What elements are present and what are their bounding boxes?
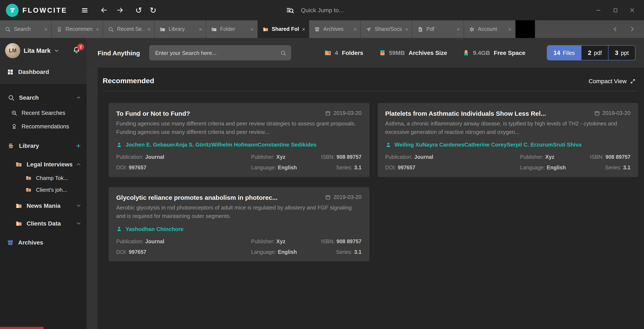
tab-pdf[interactable]: Pdf [412, 20, 464, 38]
add-library-button[interactable] [76, 143, 81, 148]
chevron-down-wrap [76, 221, 81, 226]
tab-close-button[interactable] [44, 27, 48, 31]
maximize-button[interactable] [611, 3, 620, 17]
recommendation-card[interactable]: Glycolytic reliance promotes anabolism i… [108, 187, 369, 261]
meta-value: English [278, 165, 297, 171]
stat-archive-icon [378, 49, 386, 57]
dashboard-icon [7, 68, 14, 75]
stat-folders: 4Folders [324, 49, 364, 57]
tab-account[interactable]: Account [464, 20, 516, 38]
tab-library[interactable]: Library [155, 20, 206, 38]
stat-label: Archives Size [409, 49, 447, 56]
tab-close-button[interactable] [250, 27, 254, 31]
tab-close-button[interactable] [302, 27, 306, 31]
folder-doc-icon [211, 26, 217, 32]
tabs-scroll-right-button[interactable] [629, 22, 636, 36]
meta-value: Journal [414, 154, 433, 160]
quick-jump-icon [286, 6, 294, 14]
notifications-button[interactable]: 7 [72, 46, 81, 55]
redo-button[interactable]: ↻ [147, 3, 159, 17]
sidebar-item-news-mania[interactable]: News Mania [0, 197, 87, 214]
folder-orange-icon [25, 186, 32, 193]
tab-archives[interactable]: Archives [309, 20, 361, 38]
tabs-scroll-left-button[interactable] [612, 22, 619, 36]
filter-ppt[interactable]: 3ppt [608, 46, 635, 60]
filter-label: Files [563, 50, 575, 56]
close-icon [629, 7, 635, 13]
card-meta: Publication:JournalPublisher:XyzISBN:908… [385, 154, 630, 171]
card-meta: Publication:JournalPublisher:XyzISBN:908… [116, 154, 362, 171]
tab-folder[interactable]: Folder [206, 20, 258, 38]
stat-value: 59MB [389, 49, 405, 56]
meta-series: Series:3.1 [312, 249, 362, 255]
meta-publisher: Publisher:Xyz [251, 238, 312, 244]
card-date: 2019-03-20 [594, 110, 630, 116]
calendar-icon [325, 110, 331, 116]
tab-close-button[interactable] [353, 27, 357, 31]
sidebar-item-legal-interviews[interactable]: Legal Interviews [0, 157, 87, 172]
menu-button[interactable] [78, 3, 91, 17]
sidebar-item-library[interactable]: Library [0, 136, 87, 155]
card-authors[interactable]: Jochen E. GebauerAnja S. GöritzWilhelm H… [116, 142, 362, 148]
person-icon [116, 142, 122, 148]
card-title: To Fund or Not to Fund? [116, 110, 190, 117]
tab-close-button[interactable] [96, 27, 99, 31]
minimize-button[interactable] [594, 3, 602, 17]
tab-close-icon [508, 27, 512, 31]
tab-close-icon [353, 27, 357, 31]
tab-close-button[interactable] [405, 27, 409, 31]
meta-value: 997657 [129, 249, 146, 255]
sidebar-item-archives[interactable]: Archives [0, 234, 87, 251]
back-button[interactable] [98, 3, 110, 17]
hamburger-icon [81, 6, 88, 14]
meta-label: DOI: [116, 249, 127, 255]
tab-close-button[interactable] [508, 27, 512, 31]
meta-label: Publisher: [520, 154, 544, 160]
card-date-text: 2019-03-20 [602, 110, 630, 116]
meta-label: ISBN: [321, 238, 335, 244]
tab-label: Shared Fol... [272, 26, 299, 32]
shared-folder-icon [262, 26, 269, 32]
sidebar-item-label: Champ Tok... [36, 175, 68, 181]
sidebar-item-search[interactable]: Search [0, 89, 87, 106]
expand-icon [630, 78, 636, 84]
filter-pdf[interactable]: 2pdf [581, 46, 608, 60]
sidebar-item-client-s-joh[interactable]: Client's joh... [0, 184, 87, 196]
tab-label: Recommen... [66, 26, 92, 32]
forward-button[interactable] [114, 3, 126, 17]
tab-label: Archives [323, 26, 350, 32]
sidebar-item-recommendations[interactable]: Recommendations [0, 119, 87, 133]
tab-search[interactable]: Search [0, 20, 52, 38]
card-authors[interactable]: Weiling XuNayra CardenesCatherine CoreyS… [385, 142, 630, 148]
card-authors[interactable]: Yashodhan Chinchore [116, 226, 362, 232]
filter-files[interactable]: 14Files [547, 46, 581, 60]
meta-value: 997657 [129, 165, 146, 171]
undo-button[interactable]: ↺ [132, 3, 145, 17]
tab-close-button[interactable] [198, 27, 202, 31]
recommendation-card[interactable]: To Fund or Not to Fund?2019-03-20Funding… [108, 103, 369, 177]
quick-jump[interactable]: Quick Jump to... [286, 6, 344, 14]
compact-view-button[interactable]: Compact View [586, 77, 638, 85]
close-window-button[interactable] [628, 3, 636, 17]
tab-label: Library [168, 26, 196, 32]
sidebar-item-recent-searches[interactable]: Recent Searches [0, 106, 87, 119]
sidebar-item-clients-data[interactable]: Clients Data [0, 215, 87, 232]
sidebar-item-dashboard[interactable]: Dashboard [0, 64, 87, 80]
tab-close-button[interactable] [456, 27, 460, 31]
search-input[interactable] [150, 45, 291, 60]
meta-label: Language: [251, 249, 276, 255]
tab-shared-fol[interactable]: Shared Fol... [258, 20, 309, 38]
tab-recommen[interactable]: Recommen... [52, 20, 103, 38]
minimize-icon [596, 7, 601, 13]
archive-blue-icon [7, 239, 14, 246]
sidebar-item-label: Client's joh... [36, 186, 67, 193]
tab-recent-se[interactable]: Recent Se... [103, 20, 155, 38]
user-menu[interactable]: LM Lita Mark 7 [0, 40, 87, 62]
recommendation-card[interactable]: Platelets from Asthmatic Individuals Sho… [378, 103, 638, 177]
new-tab-button[interactable] [516, 20, 535, 38]
meta-publication: Publication:Journal [116, 238, 251, 244]
sidebar-item-champ-tok[interactable]: Champ Tok... [0, 172, 87, 184]
tab-close-button[interactable] [147, 27, 151, 31]
meta-label: Language: [520, 165, 545, 171]
tab-share-social[interactable]: Share/Social [361, 20, 412, 38]
